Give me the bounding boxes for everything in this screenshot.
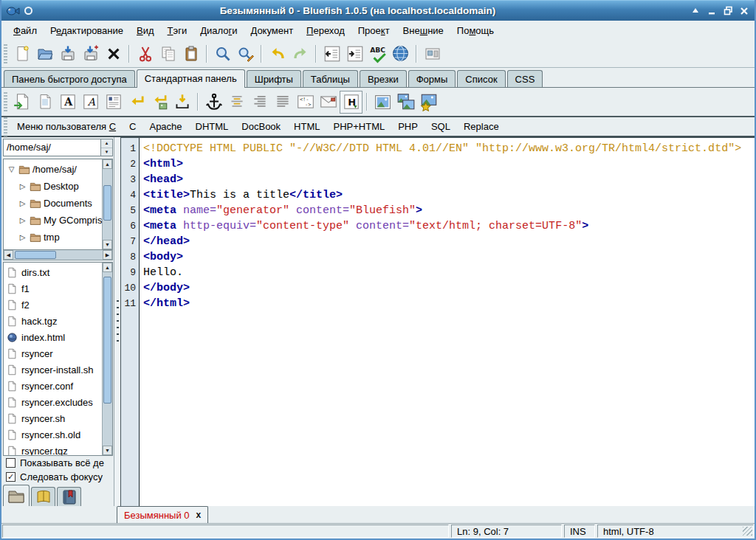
expander-closed-icon[interactable]: ▷ xyxy=(18,233,27,241)
custom-menu-item-html[interactable]: HTML xyxy=(287,119,326,134)
close-document-button[interactable] xyxy=(102,42,125,65)
italic-button[interactable]: A xyxy=(79,91,102,114)
code-line[interactable]: 4<title>This is a title</title> xyxy=(121,187,755,203)
code-text[interactable]: </body> xyxy=(140,280,190,296)
save-button[interactable] xyxy=(56,42,79,65)
custom-menu-item-user-menu[interactable]: Меню пользователя C xyxy=(10,119,123,134)
insert-image-button[interactable] xyxy=(371,91,394,114)
new-document-button[interactable] xyxy=(10,42,33,65)
splitter-handle[interactable] xyxy=(117,300,119,343)
view-in-browser-button[interactable] xyxy=(389,42,412,65)
quickbar-tab[interactable]: Панель быстрого доступа xyxy=(4,70,135,87)
body-tag-button[interactable] xyxy=(33,91,56,114)
justify-button[interactable] xyxy=(271,91,294,114)
panel-toggle-button[interactable] xyxy=(421,42,444,65)
toolbar-grip[interactable] xyxy=(4,92,7,111)
menu-item-help[interactable]: Помощь xyxy=(451,23,500,38)
code-text[interactable]: <html> xyxy=(140,156,183,172)
custom-menu-item-replace[interactable]: Replace xyxy=(457,119,506,134)
scroll-down-icon[interactable]: ▼ xyxy=(103,446,112,455)
code-text[interactable]: <head> xyxy=(140,172,183,187)
custom-menu-item-dhtml[interactable]: DHTML xyxy=(189,119,236,134)
nbsp-button[interactable] xyxy=(171,91,193,114)
checkbox-checked[interactable]: ✓ xyxy=(6,472,16,482)
quickstart-button[interactable] xyxy=(10,91,33,114)
heading-button[interactable]: H xyxy=(340,91,362,114)
code-line[interactable]: 5<meta name="generator" content="Bluefis… xyxy=(121,203,755,218)
code-area[interactable]: 1<!DOCTYPE HTML PUBLIC "-//W3C//DTD HTML… xyxy=(121,138,755,311)
file-row[interactable]: rsyncer-install.sh xyxy=(4,361,102,378)
menu-item-project[interactable]: Проект xyxy=(352,23,396,38)
menu-item-view[interactable]: Вид xyxy=(131,23,160,38)
toolbar-grip[interactable] xyxy=(4,117,7,136)
center-button[interactable] xyxy=(225,91,248,114)
custom-menu-item-docbook[interactable]: DocBook xyxy=(235,119,287,134)
redo-button[interactable] xyxy=(289,42,312,65)
custom-menu-item-php-html[interactable]: PHP+HTML xyxy=(326,119,391,134)
scroll-down-icon[interactable]: ▼ xyxy=(103,240,112,249)
custom-menu-item-apache[interactable]: Apache xyxy=(142,119,188,134)
file-row[interactable]: rsyncer xyxy=(4,345,102,361)
file-row[interactable]: rsyncer.excludes xyxy=(4,394,102,410)
sidebar-tab-reference-yellow-book[interactable] xyxy=(31,487,55,506)
document-close-icon[interactable]: x xyxy=(196,510,202,520)
expander-closed-icon[interactable]: ▷ xyxy=(18,216,27,224)
document-tab[interactable]: Безымянный 0 x xyxy=(117,506,208,523)
scrollbar-thumb[interactable] xyxy=(15,251,56,259)
align-right-button[interactable] xyxy=(248,91,271,114)
bold-button[interactable]: A xyxy=(56,91,79,114)
expander-closed-icon[interactable]: ▷ xyxy=(18,182,27,190)
code-line[interactable]: 10</body> xyxy=(121,280,755,296)
menu-item-dialogs[interactable]: Диалоги xyxy=(194,23,243,38)
filelist-vertical-scrollbar[interactable]: ▲ ▼ xyxy=(102,263,112,455)
code-line[interactable]: 6<meta http-equiv="content-type" content… xyxy=(121,218,755,234)
document-tab-label[interactable]: Безымянный 0 xyxy=(124,510,190,521)
indent-button[interactable] xyxy=(343,42,366,65)
find-replace-button[interactable] xyxy=(234,42,257,65)
code-text[interactable]: <meta http-equiv="content-type" content=… xyxy=(140,218,588,234)
email-button[interactable] xyxy=(317,91,340,114)
code-text[interactable]: <meta name="generator" content="Bluefish… xyxy=(140,203,422,218)
find-button[interactable] xyxy=(211,42,234,65)
minimize-button[interactable] xyxy=(705,5,718,17)
code-line[interactable]: 2<html> xyxy=(121,156,755,172)
cut-button[interactable] xyxy=(134,42,157,65)
copy-button[interactable] xyxy=(157,42,179,65)
file-row[interactable]: dirs.txt xyxy=(4,264,102,280)
code-text[interactable]: Hello. xyxy=(140,265,183,280)
custom-menu-item-sql[interactable]: SQL xyxy=(425,119,457,134)
custom-menu-item-c[interactable]: C xyxy=(123,119,142,134)
spellcheck-button[interactable]: ABC xyxy=(366,42,389,65)
quickbar-tab[interactable]: CSS xyxy=(507,70,543,87)
quickbar-tab[interactable]: Формы xyxy=(408,70,456,87)
code-text[interactable]: <title>This is a title</title> xyxy=(140,187,343,203)
quickbar-tab[interactable]: Врезки xyxy=(360,70,407,87)
quickbar-tab[interactable]: Стандартная панель xyxy=(137,69,245,88)
code-line[interactable]: 1<!DOCTYPE HTML PUBLIC "-//W3C//DTD HTML… xyxy=(121,141,755,156)
paragraph-button[interactable] xyxy=(102,91,125,114)
file-row[interactable]: index.html xyxy=(4,329,102,345)
multi-thumbnail-button[interactable] xyxy=(417,91,440,114)
tree-row[interactable]: ▷Desktop xyxy=(4,178,102,195)
open-button[interactable] xyxy=(33,42,56,65)
quickbar-tab[interactable]: Шрифты xyxy=(247,70,301,87)
quickbar-tab[interactable]: Список xyxy=(457,70,505,87)
spin-down-icon[interactable]: ▼ xyxy=(101,148,112,156)
scroll-left-icon[interactable]: ◀ xyxy=(4,250,13,260)
sidebar-tab-filebrowser[interactable] xyxy=(3,485,30,506)
thumbnail-button[interactable] xyxy=(394,91,417,114)
anchor-button[interactable] xyxy=(202,91,225,114)
resize-grip[interactable] xyxy=(743,527,752,536)
tree-vertical-scrollbar[interactable]: ▲ ▼ xyxy=(102,159,112,249)
tree-row[interactable]: ▷Documents xyxy=(4,195,102,212)
tree-row[interactable]: ▷My GCompris xyxy=(4,212,102,229)
editor[interactable]: 1<!DOCTYPE HTML PUBLIC "-//W3C//DTD HTML… xyxy=(121,137,755,506)
tree-row[interactable]: ▽/home/saj/ xyxy=(4,161,102,178)
checkbox-unchecked[interactable] xyxy=(6,458,16,468)
shade-button[interactable] xyxy=(689,5,702,17)
code-line[interactable]: 11</html> xyxy=(121,296,755,311)
code-line[interactable]: 8<body> xyxy=(121,249,755,265)
file-row[interactable]: rsyncer.sh.old xyxy=(4,426,102,443)
maximize-button[interactable] xyxy=(721,5,735,17)
file-row[interactable]: rsyncer.sh xyxy=(4,410,102,426)
